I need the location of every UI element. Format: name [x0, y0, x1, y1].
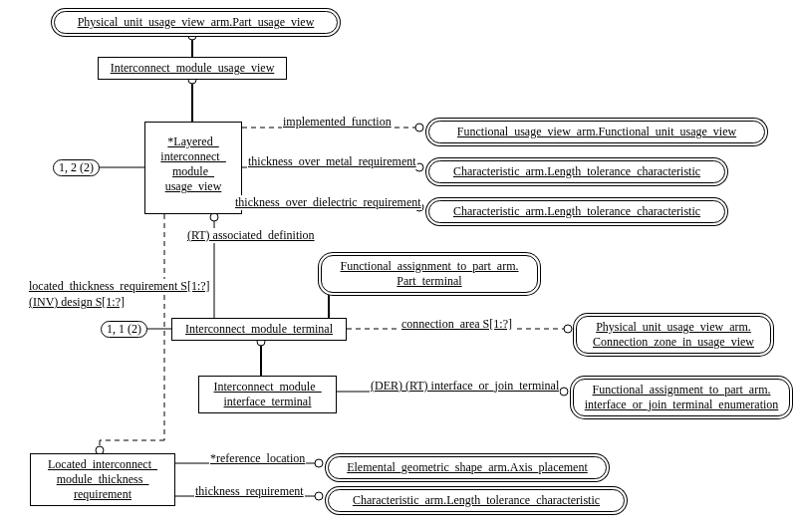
entity-functional-usage-view: Functional_usage_view_arm.Functional_uni…	[428, 121, 765, 143]
entity-located-interconnect-module-thickness-requirement: Located_interconnect_module_thickness_re…	[30, 453, 175, 506]
label-reference-location: *reference_location	[209, 451, 306, 466]
svg-point-27	[315, 459, 323, 467]
label-inv-design: (INV) design S[1:?]	[28, 295, 126, 310]
svg-point-29	[315, 492, 323, 500]
pagelink-1-1-2: 1, 1 (2)	[101, 321, 147, 338]
entity-interconnect-module-interface-terminal: Interconnect_module_interface_terminal	[198, 376, 337, 413]
entity-characteristic-1: Characteristic_arm.Length_tolerance_char…	[428, 160, 725, 183]
svg-point-25	[560, 388, 568, 396]
entity-elemental-geometric-shape: Elemental_geometric_shape_arm.Axis_place…	[328, 456, 607, 479]
entity-interconnect-module-usage-view: Interconnect_module_usage_view	[98, 57, 287, 80]
entity-physical-unit-usage-view: Physical_unit_usage_view_arm.Part_usage_…	[54, 11, 338, 34]
entity-fapt-part-terminal: Functional_assignment_to_part_arm.Part_t…	[321, 255, 538, 293]
label-connection-area: connection_area S[1:?]	[400, 317, 513, 332]
entity-connection-zone: Physical_unit_usage_view_arm.Connection_…	[576, 316, 771, 354]
entity-characteristic-3: Characteristic_arm.Length_tolerance_char…	[328, 489, 625, 512]
svg-point-12	[210, 213, 218, 221]
entity-interface-or-join-terminal-enum: Functional_assignment_to_part_arm.interf…	[573, 379, 790, 416]
pagelink-1-2-2: 1, 2 (2)	[53, 159, 100, 176]
svg-point-6	[415, 124, 423, 132]
label-thickness-over-metal: thickness_over_metal_requirement	[247, 154, 417, 169]
entity-interconnect-module-terminal: Interconnect_module_terminal	[171, 318, 347, 341]
label-associated-definition: (RT) associated_definition	[186, 228, 316, 243]
label-implemented-function: implemented_function	[282, 115, 393, 130]
label-thickness-over-dielectric: thickness_over_dielectric_requirement	[234, 195, 422, 210]
entity-characteristic-2: Characteristic_arm.Length_tolerance_char…	[428, 200, 725, 223]
label-der-rt-interface-or-join-terminal: (DER) (RT) interface_or_join_terminal	[370, 379, 560, 394]
entity-layered-interconnect-module-usage-view: *Layered_ interconnect_ module_ usage_vi…	[144, 122, 242, 214]
svg-point-21	[564, 325, 572, 333]
label-located-thickness-requirement: located_thickness_requirement S[1:?]	[28, 279, 211, 294]
label-thickness-requirement: thickness_requirement	[194, 484, 305, 499]
